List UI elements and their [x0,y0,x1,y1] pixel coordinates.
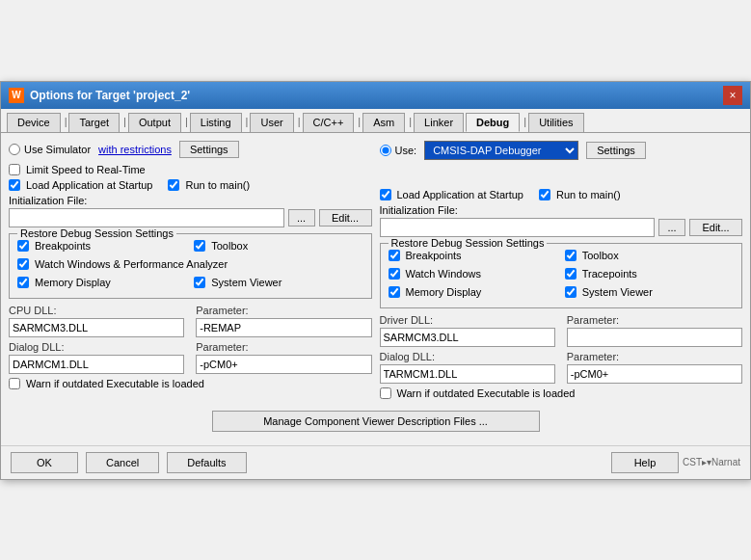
bottom-buttons: OK Cancel Defaults [11,452,247,473]
tab-debug[interactable]: Debug [466,113,520,132]
left-sysviewer-row: System Viewer [194,277,362,288]
run-to-main-checkbox[interactable] [168,179,179,191]
tab-device[interactable]: Device [7,113,61,132]
debugger-select[interactable]: CMSIS-DAP Debugger [424,141,578,160]
right-sysviewer-checkbox[interactable] [565,286,577,298]
limit-speed-checkbox[interactable] [9,164,20,175]
main-window: W Options for Target 'project_2' × Devic… [0,81,751,480]
tab-cpp[interactable]: C/C++ [303,113,355,132]
right-driver-param-label: Parameter: [567,314,742,326]
right-dialog-dll-label: Dialog DLL: [380,351,555,362]
left-restore-checkboxes: Breakpoints Toolbox Watch Windows & Perf… [17,240,363,292]
left-dialog-dll-input[interactable] [9,355,184,374]
left-breakpoints-label: Breakpoints [35,240,91,252]
right-init-file-input[interactable] [380,218,656,237]
right-column: Use: CMSIS-DAP Debugger Settings Load Ap… [380,141,743,405]
use-simulator-radio[interactable] [9,144,20,155]
left-cpu-dll-label: CPU DLL: [9,305,184,316]
right-toolbox-row: Toolbox [565,250,734,261]
right-driver-dll-input[interactable] [380,328,555,347]
use-simulator-radio-group: Use Simulator [9,144,91,155]
right-dialog-dll-col: Dialog DLL: [380,351,555,384]
right-watch-checkbox[interactable] [389,268,400,280]
left-restore-group-title: Restore Debug Session Settings [17,227,176,239]
defaults-button[interactable]: Defaults [167,452,246,473]
left-toolbox-checkbox[interactable] [194,240,205,252]
right-breakpoints-checkbox[interactable] [389,250,400,261]
tab-output[interactable]: Output [128,113,181,132]
right-load-app-checkbox[interactable] [380,189,391,200]
load-app-row: Load Application at Startup Run to main(… [9,179,372,191]
left-init-file-input[interactable] [9,208,284,227]
right-driver-param-col: Parameter: [567,314,742,347]
tab-listing[interactable]: Listing [190,113,242,132]
two-column-layout: Use Simulator with restrictions Settings… [9,141,742,405]
manage-component-viewer-button[interactable]: Manage Component Viewer Description File… [212,411,540,432]
use-simulator-label: Use Simulator [24,144,91,155]
tab-user[interactable]: User [250,113,293,132]
right-warn-row: Warn if outdated Executable is loaded [380,387,743,399]
right-load-app-label: Load Application at Startup [397,189,523,200]
right-driver-dll-section: Driver DLL: Parameter: [380,314,743,347]
tab-linker[interactable]: Linker [414,113,464,132]
right-toolbox-label: Toolbox [582,250,619,261]
right-sysviewer-row: System Viewer [565,286,734,298]
right-breakpoints-label: Breakpoints [406,250,462,261]
right-edit-button[interactable]: Edit... [689,219,742,236]
right-init-file-label: Initialization File: [380,204,743,216]
left-dialog-dll-row: Dialog DLL: Parameter: [9,341,372,374]
right-dialog-param-label: Parameter: [567,351,742,362]
init-file-section: Initialization File: ... Edit... [9,195,372,227]
debugger-settings-button[interactable]: Settings [586,142,646,159]
left-cpu-param-input[interactable] [196,318,371,337]
right-driver-param-input[interactable] [567,328,742,347]
right-memory-checkbox[interactable] [389,286,400,298]
right-toolbox-checkbox[interactable] [565,250,577,261]
left-breakpoints-checkbox[interactable] [17,240,29,252]
right-run-to-main-checkbox[interactable] [539,189,550,200]
init-file-label: Initialization File: [9,195,372,206]
left-cpu-param-label: Parameter: [196,305,371,316]
right-browse-button[interactable]: ... [658,219,685,236]
left-sysviewer-label: System Viewer [211,277,282,288]
left-toolbox-row: Toolbox [194,240,362,252]
left-edit-button[interactable]: Edit... [319,209,372,227]
with-restrictions-link[interactable]: with restrictions [98,144,172,155]
limit-speed-row: Limit Speed to Real-Time [9,164,372,175]
right-driver-dll-col: Driver DLL: [380,314,555,347]
left-sysviewer-checkbox[interactable] [194,277,205,288]
right-memory-label: Memory Display [406,286,482,298]
right-dialog-param-input[interactable] [567,364,742,384]
right-run-to-main-label: Run to main() [556,189,621,200]
right-watch-label: Watch Windows [406,268,481,280]
right-tracepoints-checkbox[interactable] [565,268,577,280]
left-watch-label: Watch Windows & Performance Analyzer [35,258,228,270]
left-watch-checkbox[interactable] [17,258,29,270]
left-dialog-dll-section: Dialog DLL: Parameter: [9,341,372,374]
tab-utilities[interactable]: Utilities [528,113,583,132]
right-tracepoints-label: Tracepoints [582,268,637,280]
use-debugger-row: Use: CMSIS-DAP Debugger Settings [380,141,743,160]
right-init-file-section: Initialization File: ... Edit... [380,204,743,237]
tab-target[interactable]: Target [68,113,120,132]
use-debugger-radio[interactable] [380,145,391,156]
use-debugger-radio-group: Use: [380,145,417,156]
ok-button[interactable]: OK [11,452,78,473]
limit-speed-label: Limit Speed to Real-Time [26,164,146,175]
right-restore-group-title: Restore Debug Session Settings [389,237,548,249]
left-warn-checkbox[interactable] [9,378,20,389]
right-memory-row: Memory Display [389,286,557,298]
load-app-checkbox[interactable] [9,179,20,191]
left-dialog-param-input[interactable] [196,355,371,374]
close-button[interactable]: × [723,86,742,105]
simulator-settings-button[interactable]: Settings [179,141,239,158]
right-dialog-dll-input[interactable] [380,364,555,384]
right-warn-checkbox[interactable] [380,387,391,399]
left-browse-button[interactable]: ... [288,209,315,227]
left-dialog-dll-label: Dialog DLL: [9,341,184,353]
left-memory-checkbox[interactable] [17,277,29,288]
help-button[interactable]: Help [611,452,679,473]
tab-asm[interactable]: Asm [362,113,405,132]
cancel-button[interactable]: Cancel [86,452,159,473]
left-cpu-dll-input[interactable] [9,318,184,337]
